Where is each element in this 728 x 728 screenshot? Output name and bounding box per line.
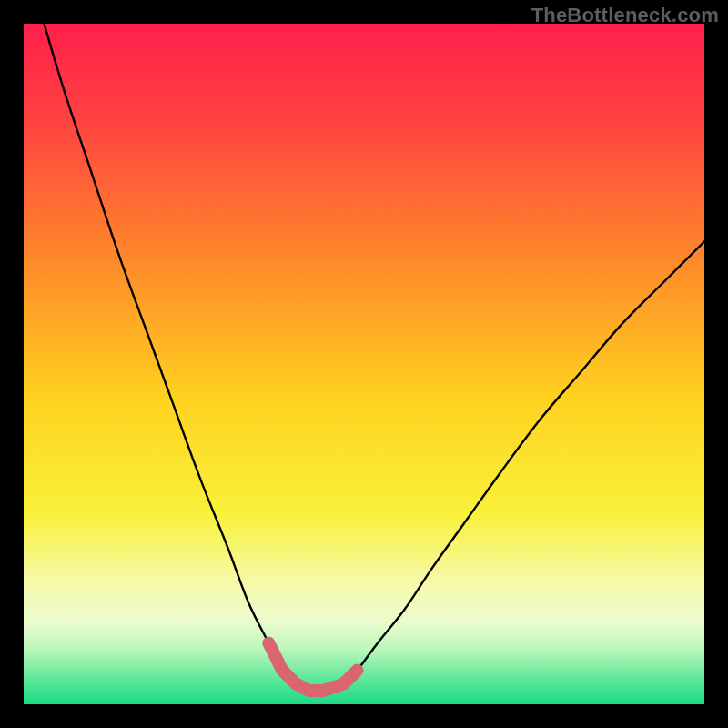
watermark: TheBottleneck.com bbox=[531, 4, 719, 27]
valley-highlight bbox=[268, 643, 357, 691]
plot-area bbox=[24, 24, 704, 704]
curve-layer bbox=[24, 24, 704, 704]
chart-frame: TheBottleneck.com bbox=[0, 0, 728, 728]
bottleneck-curve bbox=[44, 24, 704, 692]
